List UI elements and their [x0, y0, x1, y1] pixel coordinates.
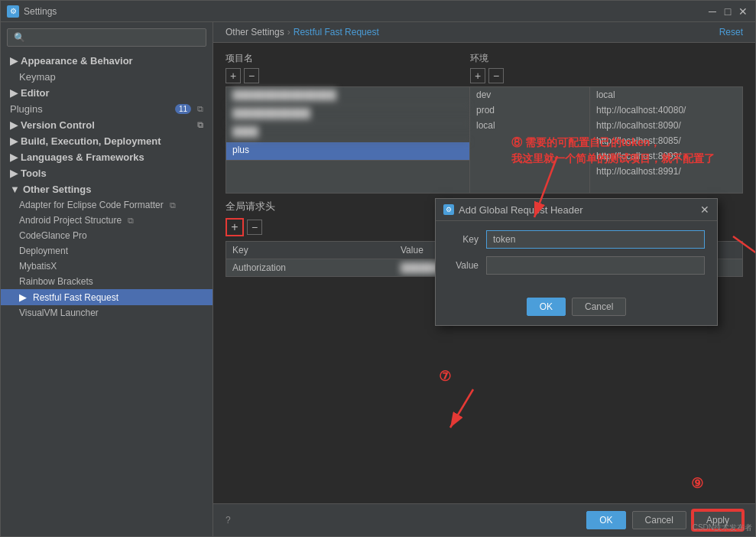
key-form-row: Key [448, 230, 705, 249]
search-box [1, 22, 213, 53]
col1-header: 项目名 [226, 52, 470, 65]
maximize-button[interactable]: □ [722, 5, 734, 18]
url-8090: http://localhost:8090/ [590, 118, 742, 133]
env-dev: dev [470, 87, 589, 103]
value-form-row: Value [448, 256, 705, 275]
remove-env-button[interactable]: − [488, 68, 504, 83]
reset-button[interactable]: Reset [719, 27, 743, 37]
main-panel: Other Settings › Restful Fast Request Re… [213, 22, 755, 536]
value-input[interactable] [486, 256, 705, 275]
eclipse-icon: ⧉ [170, 200, 176, 210]
expand-arrow: ▶ [10, 55, 18, 67]
remove-header-button[interactable]: − [247, 220, 262, 235]
sidebar-item-keymap[interactable]: Keymap [1, 69, 213, 85]
col1-label: 项目名 [226, 53, 253, 63]
dialog-titlebar: ⚙ Add Global Request Header ✕ [436, 199, 717, 221]
search-input[interactable] [7, 28, 206, 47]
table-row-plus[interactable]: plus [226, 142, 469, 161]
dialog-title-area: ⚙ Add Global Request Header [443, 204, 583, 216]
env-prod: prod [470, 103, 589, 118]
dialog-title-text: Add Global Request Header [459, 204, 583, 216]
remove-project-button[interactable]: − [244, 68, 259, 83]
dialog-body: Key Value [436, 221, 717, 291]
expand-arrow: ▶ [10, 151, 18, 163]
breadcrumb-separator: › [287, 27, 290, 37]
dialog-cancel-button[interactable]: Cancel [572, 298, 626, 316]
toolbar-area: + − + − [226, 68, 743, 86]
expand-arrow: ▶ [10, 119, 18, 131]
sidebar-item-version-control[interactable]: ▶ Version Control ⧉ [1, 117, 213, 133]
sidebar-item-deployment[interactable]: Deployment [1, 243, 213, 259]
col2-label: 环境 [470, 53, 488, 63]
project-column: ████████████████ ████████████ ████ plus [226, 86, 470, 194]
value-label: Value [448, 260, 479, 271]
annotation-7: ⑦ [439, 368, 451, 385]
expand-arrow: ▶ [10, 168, 18, 179]
expand-arrow: ▶ [10, 135, 18, 147]
plugins-badge: 11 [175, 104, 191, 114]
col1-toolbar: + − [226, 68, 470, 86]
url-40080: http://localhost:40080/ [590, 103, 742, 118]
table-row[interactable]: ████████████ [226, 106, 469, 124]
window-controls: ─ □ ✕ [706, 5, 749, 18]
cancel-button[interactable]: Cancel [632, 511, 686, 529]
sidebar-item-visualvm[interactable]: VisualVM Launcher [1, 305, 213, 321]
sidebar-item-appearance[interactable]: ▶ Appearance & Behavior [1, 53, 213, 69]
main-header: Other Settings › Restful Fast Request Re… [213, 22, 755, 43]
table-column-headers: 项目名 环境 [226, 52, 743, 65]
col2-add-remove: + − [470, 68, 743, 83]
plugins-icon: ⧉ [197, 104, 203, 114]
sidebar-item-android[interactable]: Android Project Structure ⧉ [1, 213, 213, 228]
watermark: CSDN技术发布者 [693, 522, 752, 533]
key-label: Key [448, 234, 479, 245]
col1-add-remove: + − [226, 68, 470, 83]
minimize-button[interactable]: ─ [706, 5, 719, 18]
sidebar-item-editor[interactable]: ▶ Editor [1, 85, 213, 101]
titlebar: ⚙ Settings ─ □ ✕ [1, 1, 755, 22]
sidebar-item-eclipse[interactable]: Adapter for Eclipse Code Formatter ⧉ [1, 197, 213, 213]
key-input[interactable] [486, 230, 705, 249]
url-local: local [590, 87, 742, 103]
sidebar-item-languages[interactable]: ▶ Languages & Frameworks [1, 149, 213, 165]
sidebar: ▶ Appearance & Behavior Keymap ▶ Editor … [1, 22, 213, 536]
add-header-dialog: ⚙ Add Global Request Header ✕ Key Value [435, 198, 718, 326]
selected-arrow: ▶ [19, 291, 27, 303]
app-icon: ⚙ [7, 5, 19, 18]
annotation-9: ⑨ [691, 475, 703, 492]
add-project-button[interactable]: + [226, 68, 241, 83]
help-icon[interactable]: ? [226, 515, 231, 526]
bottom-bar: ? OK Cancel Apply [213, 503, 755, 536]
breadcrumb-current: Restful Fast Request [294, 27, 379, 37]
add-env-button[interactable]: + [470, 68, 485, 83]
sidebar-item-restful[interactable]: ▶ Restful Fast Request [1, 289, 213, 305]
expand-arrow: ▼ [10, 184, 20, 195]
add-header-button[interactable]: + [226, 218, 244, 236]
dialog-ok-button[interactable]: OK [527, 298, 566, 316]
sidebar-item-other-settings[interactable]: ▼ Other Settings [1, 181, 213, 197]
breadcrumb-parent: Other Settings [226, 27, 284, 37]
sidebar-item-codeglance[interactable]: CodeGlance Pro [1, 228, 213, 243]
dialog-icon: ⚙ [443, 204, 454, 215]
breadcrumb: Other Settings › Restful Fast Request [226, 27, 379, 37]
android-icon: ⧉ [128, 216, 134, 226]
vc-icon: ⧉ [197, 120, 203, 130]
sidebar-item-tools[interactable]: ▶ Tools [1, 165, 213, 181]
ok-button[interactable]: OK [586, 511, 625, 529]
close-button[interactable]: ✕ [737, 5, 749, 18]
expand-arrow: ▶ [10, 87, 18, 99]
env-local: local [470, 118, 589, 133]
col2-header: 环境 [470, 52, 743, 65]
table-row[interactable]: ████████████████ [226, 87, 469, 106]
window-title: Settings [24, 6, 57, 17]
auth-key-cell: Authorization [226, 259, 394, 276]
sidebar-item-mybatisx[interactable]: MybatisX [1, 259, 213, 274]
sidebar-item-plugins[interactable]: Plugins 11 ⧉ [1, 101, 213, 117]
sidebar-item-build[interactable]: ▶ Build, Execution, Deployment [1, 133, 213, 149]
settings-window: ⚙ Settings ─ □ ✕ ▶ Appearance & Behavior… [0, 0, 756, 537]
dialog-close-button[interactable]: ✕ [700, 203, 709, 216]
col2-toolbar: + − [470, 68, 743, 86]
key-col-header: Key [226, 242, 394, 259]
sidebar-item-rainbow[interactable]: Rainbow Brackets [1, 274, 213, 289]
table-row[interactable]: ████ [226, 124, 469, 142]
main-content-area: ▶ Appearance & Behavior Keymap ▶ Editor … [1, 22, 755, 536]
